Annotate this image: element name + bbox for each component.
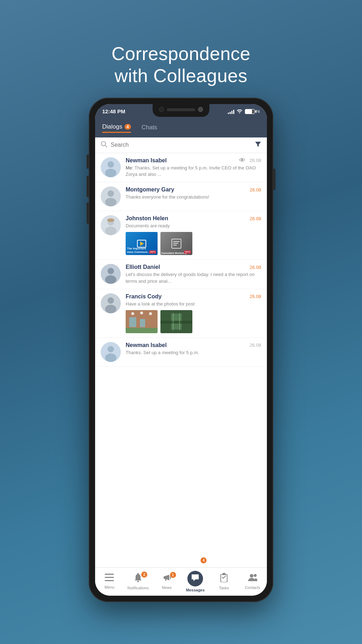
message-content: Johnston Helen 26.08 Documents are ready [126,215,261,255]
nav-item-tasks[interactable]: Tasks [213,573,235,590]
nav-item-news[interactable]: 1 News [156,573,177,590]
list-item[interactable]: Newman Isabel 26.08 Me: [95,153,267,182]
avatar [101,342,121,362]
svg-point-8 [108,190,114,197]
svg-point-47 [250,574,253,578]
tasks-label: Tasks [219,586,229,590]
wifi-icon [236,108,243,114]
attachment-thumb[interactable]: The Importantness Communi... PPT [126,232,158,255]
list-item[interactable]: Elliott Daniel 26.08 Let's discuss the d… [95,260,267,289]
attachment-thumb[interactable] [160,310,192,333]
tab-dialogs[interactable]: Dialogs 4 [102,123,131,133]
seen-icon [239,158,245,163]
list-item[interactable]: Francis Cody 26.08 Have a look at the ph… [95,289,267,338]
message-preview: Have a look at the photos for post [126,301,261,307]
message-content: Montgomery Gary 26.08 Thanks everyone fo… [126,186,261,200]
list-item[interactable]: Johnston Helen 26.08 Documents are ready [95,211,267,260]
svg-point-31 [140,312,143,314]
message-preview: Thanks. Set up a meeting for 5 p.m. [126,350,261,356]
svg-marker-2 [255,142,261,147]
svg-line-1 [105,145,107,147]
svg-point-32 [149,312,152,315]
tab-chats[interactable]: Chats [142,124,157,132]
svg-point-12 [105,227,116,235]
avatar [101,157,121,177]
svg-marker-15 [140,242,144,246]
tasks-icon [220,573,228,584]
avatar [101,215,121,235]
attachment-thumb[interactable] [126,310,158,333]
svg-rect-19 [173,245,177,245]
avatar [101,264,121,284]
svg-point-24 [108,297,114,304]
search-icon [101,141,107,149]
message-content: Newman Isabel 26.08 Thanks. Set up a mee… [126,342,261,356]
svg-point-44 [137,581,139,582]
contact-name: Montgomery Gary [126,186,174,193]
svg-point-48 [254,574,257,577]
svg-point-21 [108,268,114,274]
filter-icon[interactable] [255,141,261,149]
svg-point-6 [241,159,243,161]
hero-title-line1: Correspondence [111,43,250,65]
phone-camera-right [198,107,203,112]
menu-icon [105,574,114,584]
svg-rect-27 [126,328,158,333]
messages-list: Newman Isabel 26.08 Me: [95,153,267,567]
phone-speaker [167,108,195,111]
svg-rect-41 [105,574,114,575]
list-item[interactable]: Montgomery Gary 26.08 Thanks everyone fo… [95,182,267,211]
mute-button [87,155,89,169]
nav-item-contacts[interactable]: Contacts [242,573,263,590]
message-preview: Let's discuss the delivery of goods toda… [126,271,261,284]
status-icons: 74 [228,108,260,114]
svg-point-30 [131,312,134,315]
svg-point-40 [105,353,116,362]
notifications-label: Notifications [127,586,149,590]
signal-bars-icon [228,109,234,114]
message-preview: Documents are ready [126,223,261,229]
svg-rect-17 [173,241,180,242]
nav-item-menu[interactable]: Menu [99,574,120,589]
search-input[interactable] [111,142,255,148]
message-date: 26.08 [249,216,261,221]
list-item[interactable]: Newman Isabel 26.08 Thanks. Set up a mee… [95,338,267,367]
contacts-label: Contacts [245,585,260,590]
svg-point-4 [108,161,114,168]
contact-name: Newman Isabel [126,157,167,164]
app-header: Dialogs 4 Chats [95,119,267,137]
contact-name: Francis Cody [126,293,161,300]
avatar [101,186,121,206]
message-date: 26.08 [249,158,261,163]
dialogs-badge: 4 [125,124,131,130]
menu-label: Menu [105,585,115,589]
message-date: 26.08 [249,265,261,270]
message-content: Newman Isabel 26.08 Me: [126,157,261,178]
svg-rect-46 [223,573,225,575]
avatar [101,293,121,313]
svg-rect-28 [129,317,136,327]
svg-rect-45 [221,574,227,582]
hero-title: Correspondence with Colleagues [111,21,250,87]
contact-name: Johnston Helen [126,215,168,222]
message-date: 26.08 [249,187,261,193]
svg-point-9 [105,198,116,206]
hero-title-line2: with Colleagues [111,65,250,87]
bottom-nav: Menu 2 Notifications [95,567,267,596]
svg-rect-29 [140,319,145,327]
volume-down-button [87,202,89,224]
nav-item-messages[interactable]: 4 Messages [185,571,206,592]
notifications-badge: 2 [141,572,147,578]
svg-point-13 [107,218,114,222]
svg-rect-36 [173,313,174,330]
nav-item-notifications[interactable]: 2 Notifications [127,573,149,590]
svg-point-22 [105,275,116,284]
message-date: 26.08 [249,342,261,348]
svg-point-39 [108,346,114,352]
message-date: 26.08 [249,294,261,299]
attachment-thumb[interactable]: Consultant Workshop PPT [160,232,192,255]
message-preview: Me: Thanks. Set up a meeting for 5 p.m. … [126,165,261,178]
svg-rect-37 [179,313,180,330]
svg-rect-42 [105,577,114,578]
svg-point-25 [105,305,116,313]
